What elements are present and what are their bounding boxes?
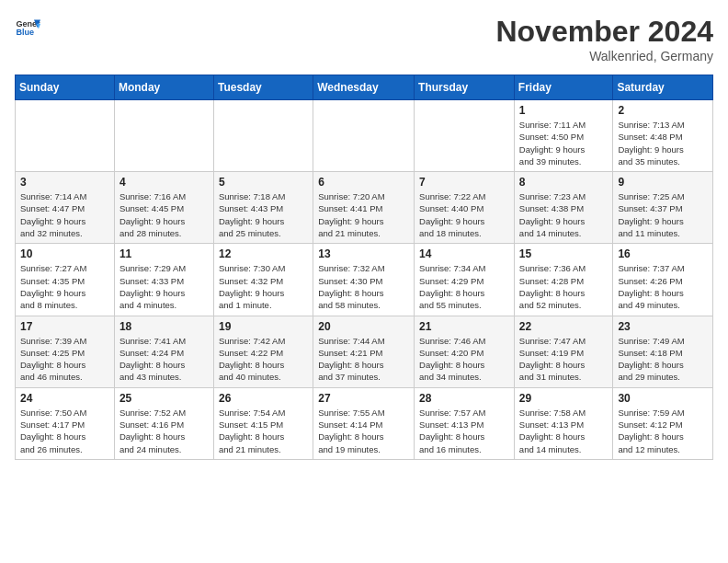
day-number: 11: [119, 247, 209, 260]
day-number: 2: [618, 104, 708, 117]
calendar-day-cell: 27Sunrise: 7:55 AM Sunset: 4:14 PM Dayli…: [313, 387, 415, 459]
day-number: 27: [318, 392, 409, 405]
calendar-day-cell: 28Sunrise: 7:57 AM Sunset: 4:13 PM Dayli…: [415, 387, 515, 459]
calendar-week-row: 24Sunrise: 7:50 AM Sunset: 4:17 PM Dayli…: [16, 387, 713, 459]
calendar-day-header: Monday: [114, 75, 213, 100]
calendar-day-cell: 6Sunrise: 7:20 AM Sunset: 4:41 PM Daylig…: [313, 172, 415, 244]
calendar-day-cell: 7Sunrise: 7:22 AM Sunset: 4:40 PM Daylig…: [415, 172, 515, 244]
calendar-day-cell: [313, 100, 415, 172]
day-info: Sunrise: 7:11 AM Sunset: 4:50 PM Dayligh…: [519, 119, 609, 167]
day-number: 12: [219, 247, 308, 260]
month-title: November 2024: [495, 15, 713, 49]
calendar-day-cell: 25Sunrise: 7:52 AM Sunset: 4:16 PM Dayli…: [114, 387, 213, 459]
day-number: 9: [618, 176, 708, 189]
day-info: Sunrise: 7:58 AM Sunset: 4:13 PM Dayligh…: [519, 407, 609, 455]
day-number: 16: [618, 247, 708, 260]
day-info: Sunrise: 7:25 AM Sunset: 4:37 PM Dayligh…: [618, 190, 708, 239]
day-number: 17: [20, 320, 109, 333]
day-info: Sunrise: 7:42 AM Sunset: 4:22 PM Dayligh…: [219, 335, 308, 384]
calendar-day-cell: 30Sunrise: 7:59 AM Sunset: 4:12 PM Dayli…: [613, 387, 713, 459]
day-number: 13: [318, 247, 409, 260]
day-info: Sunrise: 7:39 AM Sunset: 4:25 PM Dayligh…: [20, 335, 109, 384]
calendar-day-cell: 14Sunrise: 7:34 AM Sunset: 4:29 PM Dayli…: [415, 244, 515, 316]
day-info: Sunrise: 7:50 AM Sunset: 4:17 PM Dayligh…: [20, 407, 109, 455]
day-info: Sunrise: 7:27 AM Sunset: 4:35 PM Dayligh…: [20, 262, 109, 311]
day-info: Sunrise: 7:47 AM Sunset: 4:19 PM Dayligh…: [519, 335, 609, 384]
day-number: 21: [419, 320, 509, 333]
day-info: Sunrise: 7:44 AM Sunset: 4:21 PM Dayligh…: [318, 335, 409, 384]
calendar-day-cell: 18Sunrise: 7:41 AM Sunset: 4:24 PM Dayli…: [114, 316, 213, 387]
calendar-day-cell: 23Sunrise: 7:49 AM Sunset: 4:18 PM Dayli…: [613, 316, 713, 387]
day-info: Sunrise: 7:59 AM Sunset: 4:12 PM Dayligh…: [618, 407, 708, 455]
calendar-day-cell: [415, 100, 515, 172]
day-number: 8: [519, 176, 609, 189]
calendar-day-header: Saturday: [613, 75, 713, 100]
day-number: 19: [219, 320, 308, 333]
day-info: Sunrise: 7:32 AM Sunset: 4:30 PM Dayligh…: [318, 262, 409, 311]
calendar-day-header: Sunday: [16, 75, 115, 100]
calendar-day-header: Thursday: [415, 75, 515, 100]
title-block: November 2024 Walkenried, Germany: [495, 15, 713, 63]
day-number: 3: [20, 176, 109, 189]
location: Walkenried, Germany: [495, 49, 713, 63]
calendar-day-cell: 26Sunrise: 7:54 AM Sunset: 4:15 PM Dayli…: [213, 387, 313, 459]
day-number: 15: [519, 247, 609, 260]
calendar-day-cell: 17Sunrise: 7:39 AM Sunset: 4:25 PM Dayli…: [16, 316, 115, 387]
calendar-day-cell: 12Sunrise: 7:30 AM Sunset: 4:32 PM Dayli…: [213, 244, 313, 316]
calendar-header-row: SundayMondayTuesdayWednesdayThursdayFrid…: [16, 75, 713, 100]
logo: General Blue: [15, 15, 40, 40]
calendar-day-cell: 1Sunrise: 7:11 AM Sunset: 4:50 PM Daylig…: [514, 100, 613, 172]
calendar-day-header: Friday: [514, 75, 613, 100]
day-number: 25: [119, 392, 209, 405]
calendar-day-cell: 21Sunrise: 7:46 AM Sunset: 4:20 PM Dayli…: [415, 316, 515, 387]
day-info: Sunrise: 7:18 AM Sunset: 4:43 PM Dayligh…: [219, 190, 308, 239]
day-number: 22: [519, 320, 609, 333]
calendar-day-cell: 20Sunrise: 7:44 AM Sunset: 4:21 PM Dayli…: [313, 316, 415, 387]
calendar-week-row: 1Sunrise: 7:11 AM Sunset: 4:50 PM Daylig…: [16, 100, 713, 172]
day-number: 10: [20, 247, 109, 260]
day-number: 4: [119, 176, 209, 189]
day-number: 24: [20, 392, 109, 405]
calendar-week-row: 17Sunrise: 7:39 AM Sunset: 4:25 PM Dayli…: [16, 316, 713, 387]
calendar-day-header: Tuesday: [213, 75, 313, 100]
calendar-table: SundayMondayTuesdayWednesdayThursdayFrid…: [15, 75, 713, 460]
day-info: Sunrise: 7:46 AM Sunset: 4:20 PM Dayligh…: [419, 335, 509, 384]
calendar-day-cell: 3Sunrise: 7:14 AM Sunset: 4:47 PM Daylig…: [16, 172, 115, 244]
day-info: Sunrise: 7:52 AM Sunset: 4:16 PM Dayligh…: [119, 407, 209, 455]
logo-icon: General Blue: [15, 15, 40, 40]
day-number: 18: [119, 320, 209, 333]
day-number: 7: [419, 176, 509, 189]
svg-text:Blue: Blue: [16, 28, 34, 37]
day-info: Sunrise: 7:36 AM Sunset: 4:28 PM Dayligh…: [519, 262, 609, 311]
day-info: Sunrise: 7:22 AM Sunset: 4:40 PM Dayligh…: [419, 190, 509, 239]
calendar-week-row: 10Sunrise: 7:27 AM Sunset: 4:35 PM Dayli…: [16, 244, 713, 316]
calendar-day-cell: 19Sunrise: 7:42 AM Sunset: 4:22 PM Dayli…: [213, 316, 313, 387]
day-info: Sunrise: 7:41 AM Sunset: 4:24 PM Dayligh…: [119, 335, 209, 384]
day-info: Sunrise: 7:13 AM Sunset: 4:48 PM Dayligh…: [618, 119, 708, 167]
day-info: Sunrise: 7:20 AM Sunset: 4:41 PM Dayligh…: [318, 190, 409, 239]
calendar-day-cell: 4Sunrise: 7:16 AM Sunset: 4:45 PM Daylig…: [114, 172, 213, 244]
day-number: 14: [419, 247, 509, 260]
calendar-day-cell: 13Sunrise: 7:32 AM Sunset: 4:30 PM Dayli…: [313, 244, 415, 316]
day-info: Sunrise: 7:49 AM Sunset: 4:18 PM Dayligh…: [618, 335, 708, 384]
calendar-day-cell: 11Sunrise: 7:29 AM Sunset: 4:33 PM Dayli…: [114, 244, 213, 316]
calendar-day-cell: 5Sunrise: 7:18 AM Sunset: 4:43 PM Daylig…: [213, 172, 313, 244]
day-number: 20: [318, 320, 409, 333]
day-number: 6: [318, 176, 409, 189]
calendar-day-cell: 10Sunrise: 7:27 AM Sunset: 4:35 PM Dayli…: [16, 244, 115, 316]
day-info: Sunrise: 7:23 AM Sunset: 4:38 PM Dayligh…: [519, 190, 609, 239]
calendar-day-cell: 22Sunrise: 7:47 AM Sunset: 4:19 PM Dayli…: [514, 316, 613, 387]
day-number: 28: [419, 392, 509, 405]
day-number: 1: [519, 104, 609, 117]
day-info: Sunrise: 7:30 AM Sunset: 4:32 PM Dayligh…: [219, 262, 308, 311]
calendar-day-header: Wednesday: [313, 75, 415, 100]
day-info: Sunrise: 7:14 AM Sunset: 4:47 PM Dayligh…: [20, 190, 109, 239]
calendar-day-cell: 15Sunrise: 7:36 AM Sunset: 4:28 PM Dayli…: [514, 244, 613, 316]
calendar-day-cell: 9Sunrise: 7:25 AM Sunset: 4:37 PM Daylig…: [613, 172, 713, 244]
calendar-day-cell: [114, 100, 213, 172]
calendar-day-cell: 2Sunrise: 7:13 AM Sunset: 4:48 PM Daylig…: [613, 100, 713, 172]
day-info: Sunrise: 7:37 AM Sunset: 4:26 PM Dayligh…: [618, 262, 708, 311]
calendar-week-row: 3Sunrise: 7:14 AM Sunset: 4:47 PM Daylig…: [16, 172, 713, 244]
calendar-day-cell: [213, 100, 313, 172]
calendar-day-cell: 16Sunrise: 7:37 AM Sunset: 4:26 PM Dayli…: [613, 244, 713, 316]
